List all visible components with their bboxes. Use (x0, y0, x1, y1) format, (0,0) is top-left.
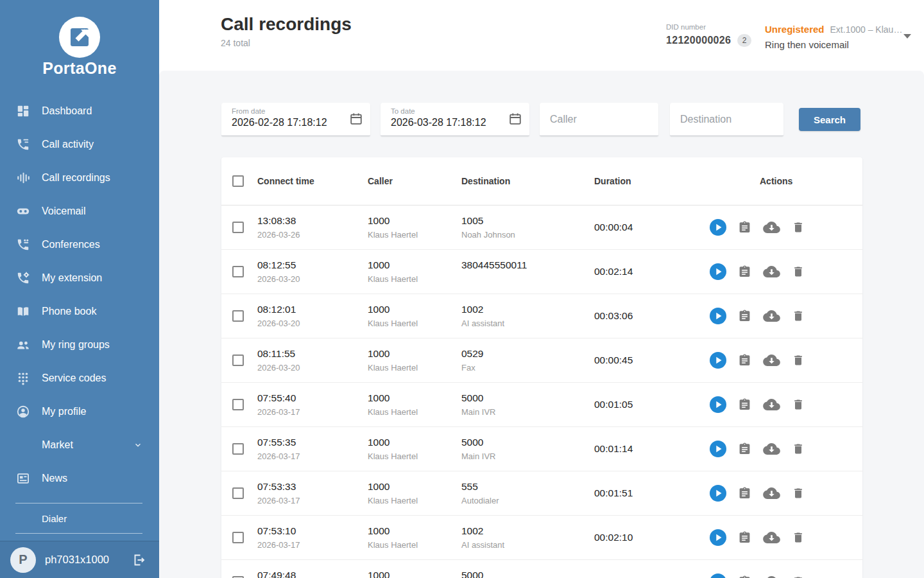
transcript-button[interactable] (738, 264, 751, 279)
download-button[interactable] (763, 442, 780, 455)
search-button[interactable]: Search (799, 108, 860, 131)
download-button[interactable] (763, 221, 780, 234)
table-row: 08:12:012026-03-201000Klaus Haertel1002A… (221, 294, 862, 338)
sidebar-item-phone-book[interactable]: Phone book (0, 295, 159, 328)
delete-button[interactable] (792, 442, 805, 456)
from-date-label: From date (232, 107, 342, 115)
play-button[interactable] (710, 308, 726, 324)
delete-button[interactable] (792, 309, 805, 323)
duration-value: 00:03:06 (594, 310, 633, 321)
table-row: 08:11:552026-03-201000Klaus Haertel0529F… (221, 338, 862, 383)
play-button[interactable] (710, 263, 726, 280)
sidebar-item-my-extension[interactable]: My extension (0, 261, 159, 295)
logout-icon[interactable] (131, 552, 146, 568)
download-button[interactable] (763, 398, 780, 411)
sidebar-item-my-ring-groups[interactable]: My ring groups (0, 328, 159, 362)
sidebar-item-label: Call recordings (42, 172, 110, 184)
row-checkbox[interactable] (232, 443, 244, 455)
play-button[interactable] (710, 352, 726, 369)
row-checkbox[interactable] (232, 532, 244, 543)
sidebar-item-label: Dashboard (42, 105, 92, 117)
from-date-field[interactable]: From date 2026-02-28 17:18:12 (221, 103, 370, 136)
delete-button[interactable] (792, 530, 805, 545)
download-button[interactable] (763, 487, 780, 500)
play-button[interactable] (710, 574, 726, 578)
row-checkbox[interactable] (232, 399, 244, 410)
destination-name: Autodialer (461, 496, 594, 505)
transcript-button[interactable] (738, 486, 751, 501)
transcript-icon (738, 530, 751, 545)
ring-mode-label: Ring then voicemail (765, 39, 903, 50)
transcript-button[interactable] (738, 574, 751, 578)
chevron-down-icon[interactable] (903, 34, 911, 39)
sidebar-item-conferences[interactable]: Conferences (0, 228, 159, 261)
delete-button[interactable] (792, 575, 805, 578)
destination-input[interactable] (670, 103, 783, 136)
total-count: 24 total (221, 38, 250, 48)
caller-input[interactable] (540, 103, 658, 136)
to-date-field[interactable]: To date 2026-03-28 17:18:12 (381, 103, 529, 136)
sidebar-item-call-recordings[interactable]: Call recordings (0, 161, 159, 195)
delete-button[interactable] (792, 220, 805, 234)
sidebar-item-call-activity[interactable]: Call activity (0, 128, 159, 161)
duration-value: 00:01:05 (594, 399, 633, 410)
download-button[interactable] (763, 265, 780, 278)
calendar-icon[interactable] (508, 112, 522, 126)
sidebar-item-news[interactable]: News (0, 462, 159, 495)
row-checkbox[interactable] (232, 355, 244, 366)
sidebar-item-label: Call activity (42, 139, 94, 150)
connect-time-value: 08:12:01 (257, 304, 368, 315)
sidebar-item-voicemail[interactable]: Voicemail (0, 195, 159, 228)
transcript-button[interactable] (738, 441, 751, 457)
connect-time-value: 07:53:10 (257, 525, 368, 537)
transcript-button[interactable] (738, 308, 751, 324)
download-icon (763, 531, 780, 544)
delete-button[interactable] (792, 265, 805, 279)
play-button[interactable] (710, 485, 726, 502)
download-icon (763, 310, 780, 322)
sidebar-item-market[interactable]: Market (0, 428, 159, 462)
row-checkbox[interactable] (232, 266, 244, 277)
select-all-checkbox[interactable] (232, 175, 244, 187)
caller-name: Klaus Haertel (368, 496, 461, 505)
download-icon (763, 221, 780, 234)
destination-name: Fax (461, 363, 594, 372)
sidebar-item-dashboard[interactable]: Dashboard (0, 94, 159, 128)
table-row: 07:55:352026-03-171000Klaus Haertel5000M… (221, 427, 862, 471)
sidebar-item-my-profile[interactable]: My profile (0, 395, 159, 428)
row-checkbox[interactable] (232, 310, 244, 322)
delete-icon (792, 265, 805, 279)
sidebar-item-label: Market (42, 439, 73, 451)
transcript-button[interactable] (738, 353, 751, 368)
play-button[interactable] (710, 441, 726, 457)
table-row: 07:53:332026-03-171000Klaus Haertel555Au… (221, 471, 862, 516)
transcript-button[interactable] (738, 220, 751, 235)
delete-button[interactable] (792, 353, 805, 367)
did-count-badge[interactable]: 2 (737, 34, 751, 47)
sidebar-item-dialer[interactable]: Dialer (0, 504, 159, 533)
to-date-value: 2026-03-28 17:18:12 (391, 117, 501, 128)
delete-button[interactable] (792, 398, 805, 412)
play-button[interactable] (710, 219, 726, 236)
caller-number: 1000 (368, 348, 461, 360)
registration-status-block[interactable]: Unregistered Ext.1000 – Klaus… Ring then… (765, 24, 903, 50)
destination-name: Main IVR (461, 407, 594, 417)
connect-date-value: 2026-03-20 (257, 319, 368, 328)
download-button[interactable] (763, 575, 780, 578)
download-button[interactable] (763, 354, 780, 367)
delete-button[interactable] (792, 486, 805, 500)
caller-number: 1000 (368, 570, 461, 578)
download-icon (763, 575, 780, 578)
play-button[interactable] (710, 396, 726, 413)
play-button[interactable] (710, 529, 726, 546)
row-checkbox[interactable] (232, 222, 244, 233)
sidebar-item-label: News (42, 473, 67, 484)
row-checkbox[interactable] (232, 487, 244, 499)
transcript-icon (738, 220, 751, 235)
transcript-button[interactable] (738, 530, 751, 545)
download-button[interactable] (763, 531, 780, 544)
transcript-button[interactable] (738, 397, 751, 412)
calendar-icon[interactable] (349, 112, 363, 126)
download-button[interactable] (763, 310, 780, 322)
sidebar-item-service-codes[interactable]: Service codes (0, 362, 159, 395)
